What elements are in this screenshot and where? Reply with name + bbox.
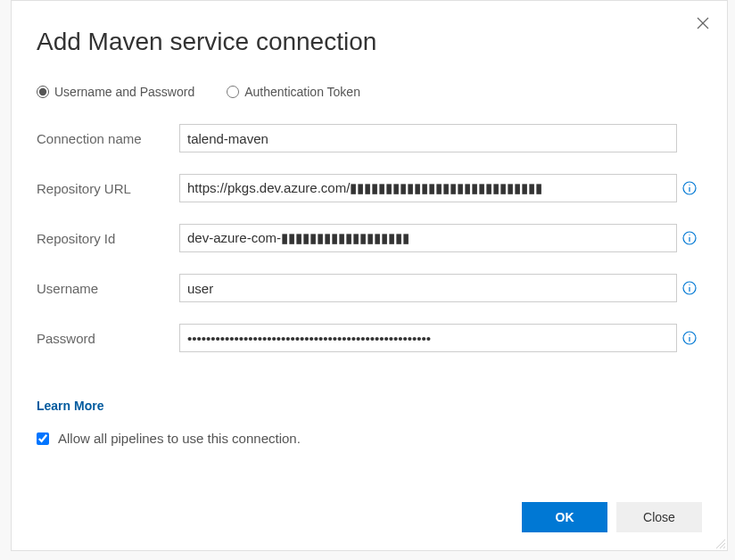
ok-button[interactable]: OK [522, 502, 607, 532]
input-repository-url[interactable] [179, 174, 677, 202]
label-repository-id: Repository Id [37, 231, 179, 246]
input-password[interactable] [179, 324, 677, 352]
add-connection-dialog: Add Maven service connection Username an… [11, 0, 728, 551]
row-username: Username [37, 274, 702, 302]
row-connection-name: Connection name [37, 124, 702, 152]
info-icon[interactable] [677, 181, 702, 195]
label-connection-name: Connection name [37, 131, 179, 146]
svg-point-13 [689, 334, 690, 335]
input-username[interactable] [179, 274, 677, 302]
close-button[interactable]: Close [616, 502, 702, 532]
allow-all-pipelines-label: Allow all pipelines to use this connecti… [58, 431, 301, 446]
radio-username-password[interactable]: Username and Password [37, 85, 194, 99]
radio-username-password-input[interactable] [37, 86, 49, 98]
svg-point-7 [689, 235, 690, 235]
radio-auth-token-input[interactable] [227, 86, 239, 98]
svg-line-16 [723, 547, 725, 548]
resize-grip-icon[interactable] [714, 538, 725, 548]
info-icon[interactable] [677, 331, 702, 345]
close-icon [697, 17, 709, 29]
row-repository-url: Repository URL [37, 174, 702, 202]
info-icon[interactable] [677, 231, 702, 245]
allow-all-pipelines-checkbox[interactable]: Allow all pipelines to use this connecti… [37, 431, 702, 446]
radio-username-password-label: Username and Password [54, 85, 194, 99]
learn-more-link[interactable]: Learn More [37, 399, 702, 413]
svg-point-10 [689, 284, 690, 285]
radio-auth-token[interactable]: Authentication Token [227, 85, 360, 99]
label-password: Password [37, 331, 179, 346]
radio-auth-token-label: Authentication Token [244, 85, 360, 99]
input-connection-name[interactable] [179, 124, 677, 152]
label-username: Username [37, 281, 179, 296]
label-repository-url: Repository URL [37, 181, 179, 196]
dialog-header: Add Maven service connection [37, 12, 702, 85]
row-password: Password [37, 324, 702, 352]
dialog-title: Add Maven service connection [37, 28, 376, 56]
dialog-button-row: OK Close [37, 502, 702, 532]
svg-point-4 [689, 185, 690, 185]
row-repository-id: Repository Id [37, 224, 702, 252]
input-repository-id[interactable] [179, 224, 677, 252]
auth-type-radio-group: Username and Password Authentication Tok… [37, 85, 702, 99]
close-icon-button[interactable] [693, 13, 713, 36]
allow-all-pipelines-input[interactable] [37, 432, 49, 445]
info-icon[interactable] [677, 281, 702, 295]
